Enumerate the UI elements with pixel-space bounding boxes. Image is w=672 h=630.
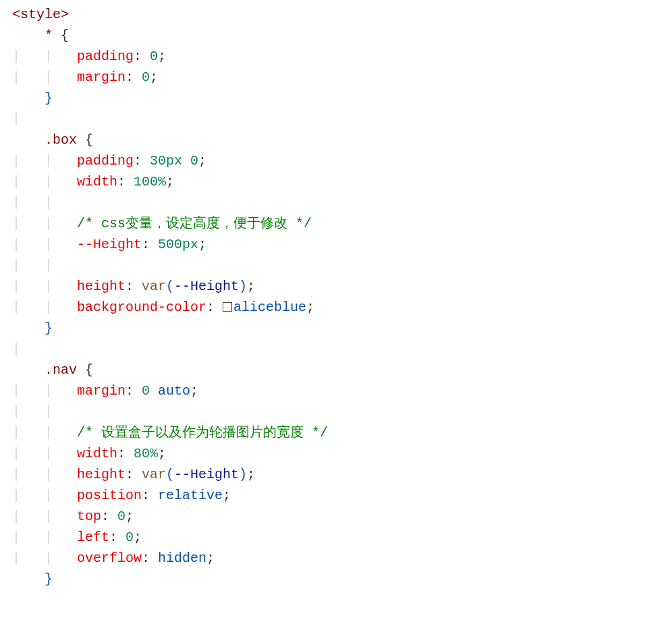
prop-top: top [77, 509, 101, 524]
prop-height: height [77, 279, 125, 294]
prop-height: height [77, 467, 125, 482]
code-block: <style> * { | | padding: 0; | | margin: … [12, 4, 672, 590]
prop-margin: margin [77, 383, 125, 399]
prop-background-color: background-color [77, 299, 206, 315]
prop-left: left [77, 529, 109, 545]
prop-overflow: overflow [77, 550, 142, 566]
comment: /* 设置盒子以及作为轮播图片的宽度 */ [77, 425, 328, 440]
style-open-tag: <style> [12, 7, 69, 22]
prop-padding: padding [77, 49, 134, 64]
selector-box: .box [45, 132, 77, 148]
prop-position: position [77, 488, 142, 503]
prop-margin: margin [77, 69, 125, 85]
prop-padding: padding [77, 153, 134, 169]
selector-nav: .nav [45, 362, 77, 378]
prop-width: width [77, 174, 117, 190]
prop-height-var: --Height [77, 237, 142, 252]
comment: /* css变量，设定高度，便于修改 */ [77, 216, 312, 231]
selector-universal: * [45, 28, 53, 43]
prop-width: width [77, 446, 117, 461]
color-swatch-icon [223, 302, 232, 312]
